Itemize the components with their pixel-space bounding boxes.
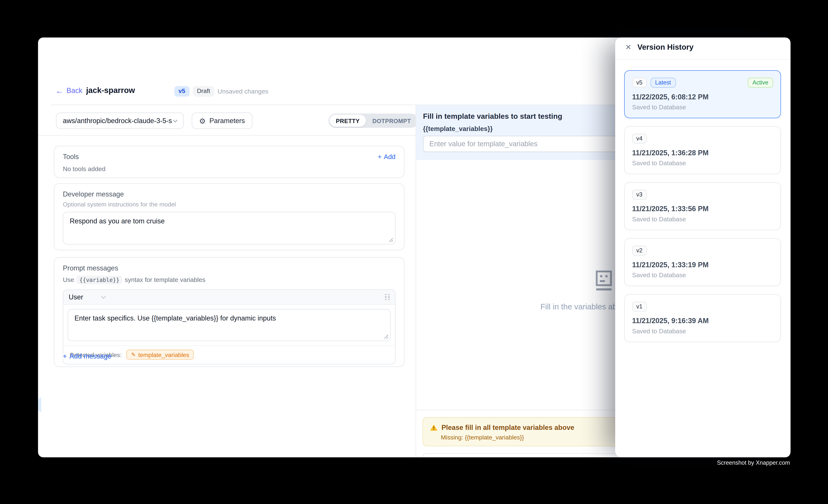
chevron-down-icon: [173, 119, 178, 122]
version-history-panel: ✕ Version History v5LatestActive11/22/20…: [615, 37, 791, 457]
version-badges-row: v4: [632, 134, 773, 143]
version-status: Saved to Database: [632, 159, 773, 167]
version-badges-row: v5LatestActive: [632, 78, 773, 87]
editor-column: aws/anthropic/bedrock-claude-3-5-s... ⚙ …: [38, 105, 415, 457]
screenshot-stage: ← Back jack-sparrow v5 Draft Unsaved cha…: [0, 0, 828, 504]
prompt-messages-hint: Use {{variable}} syntax for template var…: [63, 276, 396, 284]
message-textarea[interactable]: Enter task specifics. Use {{template_var…: [68, 309, 390, 341]
version-status: Saved to Database: [632, 271, 773, 279]
prompt-messages-title: Prompt messages: [63, 264, 396, 272]
role-select[interactable]: User: [69, 293, 107, 301]
back-button[interactable]: ← Back: [55, 87, 82, 94]
toggle-pretty[interactable]: PRETTY: [330, 115, 366, 127]
variable-syntax-chip: {{variable}}: [77, 276, 122, 284]
detected-variable-chip[interactable]: ✎ template_variables: [126, 350, 194, 360]
warning-icon: [430, 424, 438, 431]
unsaved-changes-label: Unsaved changes: [217, 88, 268, 95]
add-message-button[interactable]: + Add message: [63, 352, 112, 360]
version-timestamp: 11/21/2025, 1:36:28 PM: [632, 149, 773, 157]
version-badge: v5: [174, 86, 190, 96]
developer-message-title: Developer message: [63, 190, 396, 198]
add-tool-button[interactable]: + Add: [378, 153, 396, 160]
parameters-button[interactable]: ⚙ Parameters: [192, 113, 252, 129]
version-card-v4[interactable]: v411/21/2025, 1:36:28 PMSaved to Databas…: [624, 126, 781, 174]
message-header: User: [64, 290, 395, 305]
bot-icon: [595, 270, 612, 292]
version-card-v2[interactable]: v211/21/2025, 1:33:19 PMSaved to Databas…: [624, 238, 781, 286]
version-timestamp: 11/21/2025, 9:16:39 AM: [632, 317, 773, 325]
version-card-v3[interactable]: v311/21/2025, 1:33:56 PMSaved to Databas…: [624, 182, 781, 230]
message-footer: Detected variables: ✎ template_variables: [64, 345, 395, 364]
version-badges-row: v3: [632, 190, 773, 200]
message-body: Enter task specifics. Use {{template_var…: [64, 305, 395, 345]
plus-icon: +: [63, 352, 67, 360]
toggle-dotprompt[interactable]: DOTPROMPT: [366, 115, 417, 127]
version-card-v5[interactable]: v5LatestActive11/22/2025, 6:08:12 PMSave…: [624, 70, 781, 118]
version-history-list: v5LatestActive11/22/2025, 6:08:12 PMSave…: [624, 70, 781, 342]
watermark: Screenshot by Xnapper.com: [717, 459, 790, 466]
edge-notch: [38, 398, 41, 412]
version-timestamp: 11/22/2025, 6:08:12 PM: [632, 93, 773, 101]
plus-icon: +: [378, 153, 382, 160]
add-message-label: Add message: [70, 352, 112, 360]
message-block: User Enter task specifics. Use {{templat…: [63, 289, 396, 364]
close-icon[interactable]: ✕: [625, 43, 631, 51]
version-number-badge: v4: [632, 134, 647, 143]
draft-badge: Draft: [193, 86, 214, 96]
version-status: Saved to Database: [632, 328, 773, 335]
version-number-badge: v5: [632, 78, 647, 87]
version-badges-row: v2: [632, 246, 773, 256]
chevron-down-icon: [101, 295, 106, 299]
version-status: Saved to Database: [632, 215, 773, 223]
parameters-label: Parameters: [209, 117, 245, 125]
pencil-icon: ✎: [131, 352, 136, 357]
resize-handle-icon[interactable]: [388, 238, 393, 242]
version-card-v1[interactable]: v111/21/2025, 9:16:39 AMSaved to Databas…: [624, 294, 781, 342]
gear-icon: ⚙: [199, 117, 206, 124]
developer-message-subtitle: Optional system instructions for the mod…: [63, 201, 396, 208]
tools-title: Tools: [63, 153, 79, 161]
tools-card: Tools + Add No tools added: [54, 146, 404, 178]
warning-title: Please fill in all template variables ab…: [442, 424, 574, 431]
version-badges-row: v1: [632, 301, 773, 311]
version-number-badge: v3: [632, 190, 647, 200]
developer-message-card: Developer message Optional system instru…: [54, 183, 404, 250]
hint-prefix: Use: [63, 276, 74, 284]
model-select[interactable]: aws/anthropic/bedrock-claude-3-5-s...: [56, 113, 184, 129]
version-timestamp: 11/21/2025, 1:33:56 PM: [632, 205, 773, 213]
version-timestamp: 11/21/2025, 1:33:19 PM: [632, 261, 773, 269]
banner-title: Fill in template variables to start test…: [423, 112, 562, 120]
version-status: Saved to Database: [632, 103, 773, 111]
developer-message-textarea[interactable]: Respond as you are tom cruise: [64, 212, 395, 244]
view-mode-toggle: PRETTY DOTPROMPT: [328, 114, 418, 128]
version-history-title: Version History: [637, 43, 694, 51]
model-select-value: aws/anthropic/bedrock-claude-3-5-s...: [63, 117, 173, 125]
page-title: jack-sparrow: [86, 86, 135, 95]
version-history-divider: [615, 59, 791, 60]
resize-handle-icon[interactable]: [384, 334, 388, 339]
role-select-value: User: [69, 293, 83, 301]
detected-variable-name: template_variables: [138, 351, 189, 358]
editor-toolbar: aws/anthropic/bedrock-claude-3-5-s... ⚙ …: [38, 105, 415, 136]
back-arrow-icon: ←: [55, 87, 64, 94]
active-badge: Active: [748, 78, 773, 87]
version-number-badge: v1: [632, 301, 647, 311]
back-label: Back: [67, 87, 82, 94]
add-tool-label: Add: [384, 153, 396, 160]
drag-handle-icon[interactable]: [385, 294, 390, 300]
hint-suffix: syntax for template variables: [125, 276, 206, 284]
latest-badge: Latest: [650, 78, 676, 87]
tools-empty-text: No tools added: [63, 165, 396, 173]
version-number-badge: v2: [632, 246, 647, 256]
prompt-messages-card: Prompt messages Use {{variable}} syntax …: [54, 257, 404, 367]
template-variable-label: {{template_variables}}: [423, 125, 493, 132]
